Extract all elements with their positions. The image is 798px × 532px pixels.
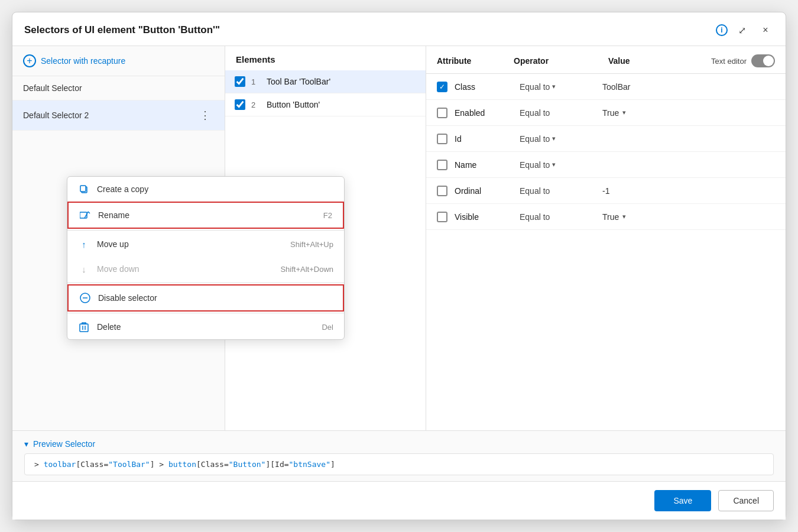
plus-icon: + (23, 54, 36, 67)
dialog-footer: Save Cancel (12, 481, 786, 520)
attr-row-id: Id Equal to ▾ (426, 126, 786, 152)
attr-operator-ordinal: Equal to (520, 186, 602, 196)
ctx-create-copy[interactable]: Create a copy (67, 177, 344, 202)
close-icon[interactable]: × (757, 22, 774, 38)
selector-dots-button-2[interactable]: ⋮ (196, 108, 214, 123)
ctx-move-up-label: Move up (97, 239, 129, 249)
element-num-2: 2 (251, 100, 261, 109)
svg-rect-1 (80, 186, 86, 192)
preview-header-label: Preview Selector (33, 439, 95, 449)
preview-area: ▾ Preview Selector > toolbar[Class="Tool… (12, 430, 786, 481)
preview-chevron-icon: ▾ (24, 439, 28, 449)
attr-value-enabled: True ▾ (602, 108, 775, 118)
preview-header[interactable]: ▾ Preview Selector (24, 439, 774, 449)
ctx-move-down-label: Move down (97, 264, 140, 274)
attr-value-ordinal: -1 (602, 186, 775, 196)
preview-value-toolbar-class: "ToolBar" (108, 460, 150, 469)
element-checkbox-2[interactable] (235, 99, 245, 110)
attr-row-class: ✓ Class Equal to ▾ ToolBar (426, 74, 786, 100)
chevron-enabled[interactable]: ▾ (622, 109, 626, 116)
preview-value-button-id: "btnSave" (289, 460, 330, 469)
chevron-visible[interactable]: ▾ (622, 213, 626, 220)
toggle-knob (763, 56, 774, 66)
attr-operator-name: Equal to ▾ (520, 160, 602, 170)
attr-name-class: Class (455, 82, 520, 92)
ctx-rename-shortcut: F2 (323, 211, 332, 220)
dialog-body: + Selector with recapture Default Select… (12, 46, 786, 430)
selector-item-2[interactable]: Default Selector 2 ⋮ (12, 100, 225, 131)
attr-row-name: Name Equal to ▾ (426, 152, 786, 178)
element-checkbox-1[interactable] (235, 76, 245, 87)
right-panel: Attribute Operator Value Text editor ✓ C… (426, 46, 786, 430)
attr-name-ordinal: Ordinal (455, 186, 520, 196)
element-num-1: 1 (251, 77, 261, 86)
attr-name-id: Id (455, 134, 520, 144)
chevron-id[interactable]: ▾ (552, 135, 556, 142)
attr-checkbox-id[interactable] (437, 134, 447, 144)
text-editor-toggle[interactable] (751, 54, 775, 67)
ctx-delete[interactable]: Delete Del (67, 314, 344, 339)
dialog-header: Selectors of UI element "Button 'Button'… (12, 12, 786, 46)
text-editor-row: Text editor (711, 54, 775, 67)
ctx-separator-2 (67, 283, 344, 283)
attr-checkbox-class[interactable]: ✓ (437, 82, 447, 92)
ctx-separator-1 (67, 230, 344, 231)
attr-name-name: Name (455, 160, 520, 170)
ctx-move-up-shortcut: Shift+Alt+Up (290, 240, 333, 249)
expand-icon[interactable]: ⤢ (734, 22, 750, 38)
minus-circle-icon (79, 292, 91, 304)
element-row-1[interactable]: 1 Tool Bar 'ToolBar' (225, 70, 426, 93)
header-actions: ⤢ × (734, 22, 774, 38)
attr-operator-enabled: Equal to (520, 108, 602, 118)
ctx-delete-shortcut: Del (322, 323, 333, 332)
attr-row-enabled: Enabled Equal to True ▾ (426, 100, 786, 126)
cancel-button[interactable]: Cancel (718, 490, 774, 511)
ctx-rename-label: Rename (98, 210, 129, 220)
ctx-move-up[interactable]: ↑ Move up Shift+Alt+Up (67, 232, 344, 257)
add-selector-button[interactable]: + Selector with recapture (12, 46, 225, 76)
copy-icon (78, 183, 90, 195)
preview-keyword-toolbar: toolbar (44, 460, 76, 469)
rename-icon (79, 209, 91, 221)
selector-item-label-1: Default Selector (23, 83, 82, 93)
save-button[interactable]: Save (654, 490, 711, 511)
attr-checkbox-ordinal[interactable] (437, 186, 447, 196)
attr-name-enabled: Enabled (455, 108, 520, 118)
attr-operator-visible: Equal to (520, 212, 602, 222)
chevron-name[interactable]: ▾ (552, 161, 556, 168)
preview-value-button-class: "Button" (229, 460, 266, 469)
attr-checkbox-visible[interactable] (437, 212, 447, 222)
col-header-value: Value (608, 56, 711, 66)
attr-row-visible: Visible Equal to True ▾ (426, 204, 786, 230)
trash-icon (78, 321, 90, 333)
arrow-up-icon: ↑ (78, 238, 90, 250)
info-icon[interactable]: i (716, 24, 728, 36)
ctx-rename[interactable]: Rename F2 (67, 202, 344, 229)
svg-rect-5 (80, 324, 88, 332)
center-panel-header: Elements (225, 46, 426, 70)
attr-operator-id: Equal to ▾ (520, 134, 602, 144)
chevron-class[interactable]: ▾ (552, 83, 556, 90)
attr-checkbox-name[interactable] (437, 160, 447, 170)
context-menu: Create a copy Rename F2 ↑ Move up Shift+… (67, 176, 345, 340)
right-panel-header: Attribute Operator Value Text editor (426, 46, 786, 74)
element-name-2: Button 'Button' (267, 100, 320, 109)
ctx-move-down[interactable]: ↓ Move down Shift+Alt+Down (67, 257, 344, 281)
add-selector-label: Selector with recapture (41, 56, 125, 66)
dialog-title: Selectors of UI element "Button 'Button'… (24, 24, 710, 36)
left-panel: + Selector with recapture Default Select… (12, 46, 225, 430)
ctx-move-down-shortcut: Shift+Alt+Down (280, 265, 333, 274)
attr-value-visible: True ▾ (602, 212, 775, 222)
element-name-1: Tool Bar 'ToolBar' (267, 77, 330, 86)
attr-checkbox-enabled[interactable] (437, 108, 447, 118)
preview-keyword-button: button (168, 460, 196, 469)
arrow-down-icon: ↓ (78, 263, 90, 275)
attr-operator-class: Equal to ▾ (520, 82, 602, 92)
element-row-2[interactable]: 2 Button 'Button' (225, 93, 426, 116)
preview-content: > toolbar[Class="ToolBar"] > button[Clas… (24, 453, 774, 475)
selector-item-1[interactable]: Default Selector (12, 76, 225, 100)
attr-name-visible: Visible (455, 212, 520, 222)
ctx-disable[interactable]: Disable selector (67, 284, 344, 312)
attr-row-ordinal: Ordinal Equal to -1 (426, 178, 786, 204)
col-header-operator: Operator (514, 56, 608, 66)
